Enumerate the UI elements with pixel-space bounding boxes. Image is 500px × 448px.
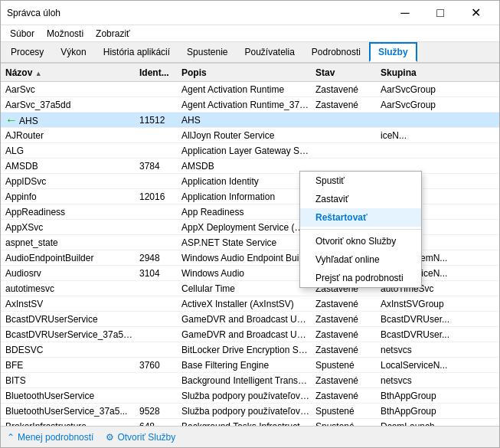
title-bar: Správca úloh ─ □ ✕ — [1, 1, 499, 25]
table-row[interactable]: AppXSvc AppX Deployment Service (Ap... — [1, 220, 499, 235]
cell-desc: AMSDB — [178, 161, 312, 172]
context-item-open-services[interactable]: Otvoriť okno Služby — [300, 232, 421, 250]
cell-group: BthAppGroup — [377, 391, 454, 401]
table-row[interactable]: ALG Application Layer Gateway Ser... — [1, 143, 499, 159]
table-row[interactable]: BITS Background Intelligent Transfer Ser… — [1, 373, 499, 388]
cell-group: AarSvcGroup — [377, 100, 454, 110]
col-header-status[interactable]: Stav — [312, 67, 377, 78]
cell-status: Zastavené — [312, 84, 377, 95]
cell-desc: ActiveX Installer (AxInstSV) — [178, 299, 312, 309]
chevron-up-icon: ⌃ — [7, 432, 15, 443]
table-row[interactable]: BluetoothUserService_37a5... 9528 Služba… — [1, 404, 499, 419]
table-row[interactable]: Appinfo 12016 Application Information — [1, 189, 499, 204]
cell-name: BDESVC — [2, 345, 136, 355]
window-controls: ─ □ ✕ — [387, 2, 493, 25]
context-item-search-online[interactable]: Vyhľadať online — [300, 250, 421, 269]
cell-desc: Windows Audio Endpoint Builder — [178, 253, 312, 263]
cell-group: BcastDVRUser... — [377, 329, 454, 340]
table-row[interactable]: AarSvc Agent Activation Runtime Zastaven… — [1, 82, 499, 97]
cell-group: LocalServiceN... — [377, 360, 454, 371]
cell-status: Zastavené — [312, 345, 377, 355]
cell-name: AudioEndpointBuilder — [2, 253, 136, 263]
cell-group: AxInstSVGroup — [377, 299, 454, 309]
table-row[interactable]: AarSvc_37a5dd Agent Activation Runtime_3… — [1, 97, 499, 113]
col-header-name[interactable]: Názov ▲ — [2, 67, 136, 78]
table-row[interactable]: BcastDVRUserService GameDVR and Broadcas… — [1, 312, 499, 327]
minimize-button[interactable]: ─ — [387, 2, 423, 25]
context-menu: Spustiť Zastaviť Reštartovať Otvoriť okn… — [299, 171, 422, 288]
cell-desc: BitLocker Drive Encryption Service — [178, 345, 312, 355]
tab-app-history[interactable]: História aplikácií — [95, 42, 178, 62]
table-row[interactable]: AudioEndpointBuilder 2948 Windows Audio … — [1, 250, 499, 266]
cell-desc: AppX Deployment Service (Ap... — [178, 222, 312, 233]
cell-ident: 3784 — [136, 161, 178, 172]
cell-group: iceN... — [377, 130, 454, 141]
sort-arrow-name: ▲ — [35, 70, 42, 77]
cell-desc: GameDVR and Broadcast User Service — [178, 314, 312, 325]
cell-name: BluetoothUserService_37a5... — [2, 406, 136, 417]
maximize-button[interactable]: □ — [423, 2, 458, 25]
table-row[interactable]: BrokerInfrastructure 648 Background Task… — [1, 419, 499, 426]
cell-ident: 11512 — [136, 115, 178, 126]
table-row[interactable]: BluetoothUserService Služba podpory použ… — [1, 388, 499, 404]
tab-details[interactable]: Podrobnosti — [303, 42, 369, 62]
table-row[interactable]: aspnet_state ASP.NET State Service Zasta… — [1, 235, 499, 250]
table-row[interactable]: AppReadiness App Readiness liness — [1, 204, 499, 220]
col-header-ident[interactable]: Ident... — [136, 67, 178, 78]
context-item-stop[interactable]: Zastaviť — [300, 190, 421, 208]
cell-ident: 3760 — [136, 360, 178, 371]
table-row[interactable]: AMSDB 3784 AMSDB — [1, 159, 499, 174]
table-row[interactable]: BDESVC BitLocker Drive Encryption Servic… — [1, 342, 499, 358]
cell-status: Zastavené — [312, 299, 377, 309]
table-row[interactable]: AxInstSV ActiveX Installer (AxInstSV) Za… — [1, 296, 499, 312]
tabs-bar: Procesy Výkon História aplikácií Spusten… — [1, 42, 499, 64]
table-row[interactable]: BcastDVRUserService_37a5dd GameDVR and B… — [1, 327, 499, 342]
cell-desc: Agent Activation Runtime_37a5dd — [178, 100, 312, 110]
table-row-ahs[interactable]: ←AHS 11512 AHS — [1, 113, 499, 128]
tab-performance[interactable]: Výkon — [52, 42, 94, 62]
table-row[interactable]: Audiosrv 3104 Windows Audio Spustené Loc… — [1, 266, 499, 281]
table-row[interactable]: AJRouter AllJoyn Router Service iceN... — [1, 128, 499, 143]
open-services-button[interactable]: ⚙ Otvoriť Služby — [106, 432, 175, 443]
cell-status: Spustené — [312, 406, 377, 417]
cell-status: Zastavené — [312, 329, 377, 340]
cell-desc: AllJoyn Router Service — [178, 130, 312, 141]
cell-group: netsvcs — [377, 345, 454, 355]
cell-name: AppXSvc — [2, 222, 136, 233]
cell-group: netsvcs — [377, 375, 454, 386]
cell-name: Audiosrv — [2, 268, 136, 279]
cell-group: DcomLaunch — [377, 421, 454, 427]
table-row[interactable]: autotimesvc Cellular Time Zastavené auto… — [1, 281, 499, 296]
cell-status: Spustené — [312, 421, 377, 427]
table-row[interactable]: AppIDSvc Application Identity iceN... — [1, 174, 499, 189]
cell-name: ←AHS — [2, 113, 136, 127]
tab-users[interactable]: Používatelia — [236, 42, 302, 62]
footer: ⌃ Menej podrobností ⚙ Otvoriť Služby — [1, 426, 499, 447]
menu-view[interactable]: Zobraziť — [90, 27, 136, 41]
cell-desc: Base Filtering Engine — [178, 360, 312, 371]
table-row[interactable]: BFE 3760 Base Filtering Engine Spustené … — [1, 358, 499, 373]
cell-status: Spustené — [312, 360, 377, 371]
cell-name: Appinfo — [2, 191, 136, 202]
cell-name: autotimesvc — [2, 283, 136, 294]
cell-name: BcastDVRUserService — [2, 314, 136, 325]
context-item-start[interactable]: Spustiť — [300, 172, 421, 190]
tab-processes[interactable]: Procesy — [2, 42, 52, 62]
cell-group: AarSvcGroup — [377, 84, 454, 95]
close-button[interactable]: ✕ — [458, 2, 493, 25]
cell-group: BcastDVRUser... — [377, 314, 454, 325]
context-separator — [300, 229, 421, 230]
menu-options[interactable]: Možnosti — [41, 27, 90, 41]
tab-startup[interactable]: Spustenie — [178, 42, 236, 62]
context-item-goto-details[interactable]: Prejsť na podrobnosti — [300, 269, 421, 287]
col-header-group[interactable]: Skupina — [377, 67, 454, 78]
menu-file[interactable]: Súbor — [4, 27, 41, 41]
context-item-restart[interactable]: Reštartovať — [300, 208, 421, 227]
cell-desc: Windows Audio — [178, 268, 312, 279]
cell-ident: 2948 — [136, 253, 178, 263]
less-details-button[interactable]: ⌃ Menej podrobností — [7, 432, 93, 443]
cell-desc: GameDVR and Broadcast User Servic... — [178, 329, 312, 340]
tab-services[interactable]: Služby — [369, 42, 417, 62]
cell-status: Zastavené — [312, 391, 377, 401]
col-header-desc[interactable]: Popis — [178, 67, 312, 78]
